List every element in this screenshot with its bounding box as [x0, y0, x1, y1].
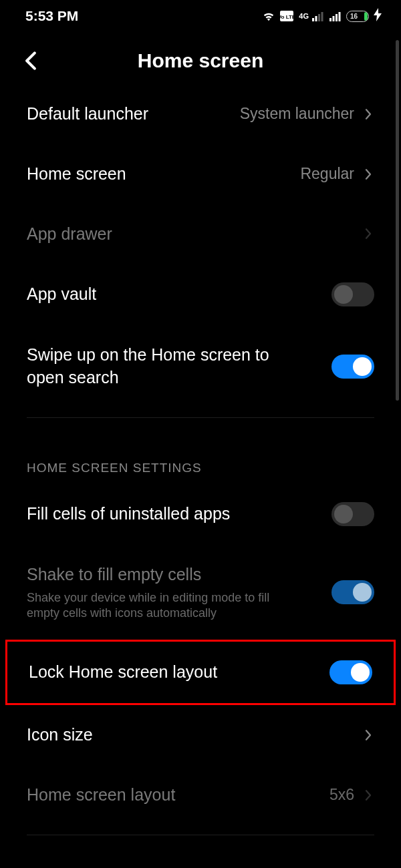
row-app-drawer: App drawer [0, 204, 401, 264]
row-lock-layout[interactable]: Lock Home screen layout [5, 640, 396, 705]
chevron-right-icon [362, 168, 374, 180]
row-app-vault[interactable]: App vault [0, 264, 401, 325]
chevron-right-icon [362, 108, 374, 120]
row-label: Icon size [27, 724, 93, 746]
chevron-right-icon [362, 789, 374, 801]
svg-rect-9 [339, 12, 341, 21]
battery-percent: 16 [350, 11, 358, 21]
charging-icon [373, 8, 382, 25]
row-home-layout: Home screen layout 5x6 [0, 765, 401, 825]
battery-icon: 16 [346, 11, 369, 22]
row-value: System launcher [240, 105, 354, 123]
row-home-screen[interactable]: Home screen Regular [0, 144, 401, 204]
row-label: Lock Home screen layout [29, 661, 217, 684]
svg-rect-3 [315, 16, 317, 21]
row-label: Shake to fill empty cells [27, 564, 294, 586]
toggle-lock-layout[interactable] [329, 660, 372, 684]
row-label: App vault [27, 283, 96, 306]
row-label: Fill cells of uninstalled apps [27, 503, 230, 525]
row-value: Regular [300, 165, 354, 183]
row-default-launcher[interactable]: Default launcher System launcher [0, 84, 401, 144]
row-swipe-search[interactable]: Swipe up on the Home screen to open sear… [0, 325, 401, 408]
settings-list: Default launcher System launcher Home sc… [0, 84, 401, 835]
network-type-label: 4G [299, 13, 309, 20]
row-sublabel: Shake your device while in editing mode … [27, 590, 294, 622]
toggle-app-vault[interactable] [331, 282, 374, 306]
svg-rect-6 [329, 18, 331, 21]
svg-rect-5 [321, 12, 323, 21]
status-icons: Vo LTE 4G 16 [261, 8, 382, 25]
page-title: Home screen [138, 49, 263, 72]
svg-text:Vo LTE: Vo LTE [280, 14, 293, 20]
chevron-left-icon [23, 51, 38, 70]
row-label: Default launcher [27, 103, 148, 126]
svg-rect-2 [312, 18, 314, 21]
volte-icon: Vo LTE [280, 11, 293, 21]
svg-rect-7 [333, 16, 335, 21]
status-time: 5:53 PM [25, 8, 78, 24]
row-label: Home screen [27, 163, 126, 186]
section-header: HOME SCREEN SETTINGS [0, 427, 401, 483]
signal-2-icon [329, 11, 342, 21]
svg-rect-4 [318, 14, 320, 21]
wifi-icon [261, 10, 276, 22]
chevron-right-icon [362, 729, 374, 741]
signal-1-icon [311, 11, 325, 21]
svg-rect-8 [336, 14, 338, 21]
chevron-right-icon [362, 228, 374, 240]
divider [27, 835, 374, 835]
row-icon-size[interactable]: Icon size [0, 705, 401, 765]
divider [27, 417, 374, 418]
row-label: App drawer [27, 223, 112, 246]
row-label: Swipe up on the Home screen to open sear… [27, 344, 294, 389]
row-value: 5x6 [329, 786, 354, 804]
back-button[interactable] [20, 50, 41, 71]
toggle-shake-fill [331, 580, 374, 604]
toggle-fill-cells[interactable] [331, 502, 374, 526]
row-shake-fill: Shake to fill empty cells Shake your dev… [0, 545, 401, 640]
row-label: Home screen layout [27, 784, 175, 807]
status-bar: 5:53 PM Vo LTE 4G 16 [0, 0, 401, 32]
scrollbar[interactable] [396, 40, 399, 401]
toggle-swipe-search[interactable] [331, 355, 374, 379]
row-fill-cells[interactable]: Fill cells of uninstalled apps [0, 483, 401, 545]
page-header: Home screen [0, 37, 401, 84]
